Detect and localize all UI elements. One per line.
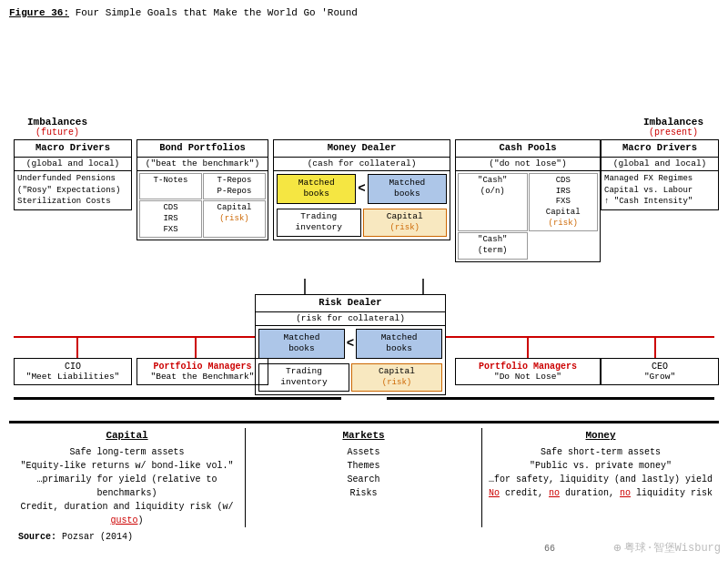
cash-pools: Cash Pools ("do not lose") "Cash"(o/n) C… [455, 139, 601, 262]
markets-line-4: Risks [250, 486, 477, 500]
separator-bar-left [14, 397, 341, 400]
cio-label: CIO [19, 362, 126, 372]
markets-line-3: Search [250, 473, 477, 486]
rd-capital: Capital (risk) [351, 363, 442, 392]
money-line-2: "Public vs. private money" [487, 459, 714, 473]
ceo-label: CEO [606, 362, 713, 372]
cio-box: CIO "Meet Liabilities" [14, 358, 132, 385]
cio-sub: "Meet Liabilities" [19, 372, 126, 382]
money-line-1: Safe short-term assets [487, 445, 714, 459]
bond-portfolios-grid: T-Notes T-ReposP-Repos CDSIRSFXS Capital… [137, 171, 268, 240]
md-matched-books-1: Matched books [277, 174, 356, 204]
pm-right-box: Portfolio Managers "Do Not Lose" [455, 358, 601, 385]
bp-capital: Capital(risk) [203, 200, 266, 238]
bp-t-repos: T-ReposP-Repos [203, 173, 266, 199]
cp-cds-irs-fxs: CDSIRSFXSCapital(risk) [529, 173, 599, 231]
money-dealer: Money Dealer (cash for collateral) Match… [273, 139, 450, 240]
pm-right-label: Portfolio Managers [460, 362, 595, 372]
ceo-box: CEO "Grow" [601, 358, 719, 385]
cp-cash-on: "Cash"(o/n) [458, 173, 528, 231]
bottom-markets: Markets Assets Themes Search Risks [246, 428, 482, 527]
pm-right-sub: "Do Not Lose" [460, 372, 595, 382]
imbalances-right: Imbalances (present) [628, 117, 719, 138]
rd-less-sign: < [347, 335, 354, 352]
rd-matched-books-1: Matched books [258, 329, 345, 359]
money-line-4: No credit, no duration, no liquidity ris… [487, 486, 714, 500]
risk-dealer: Risk Dealer (risk for collateral) Matche… [255, 294, 446, 395]
capital-line-2: "Equity-like returns w/ bond-like vol." [14, 459, 240, 473]
ceo-sub: "Grow" [606, 372, 713, 382]
cash-pools-grid: "Cash"(o/n) CDSIRSFXSCapital(risk) "Cash… [456, 171, 600, 261]
pm-left-sub: "Beat the Benchmark" [142, 372, 263, 382]
figure-title: Figure 36: Four Simple Goals that Make t… [9, 7, 719, 18]
bottom-money: Money Safe short-term assets "Public vs.… [482, 428, 719, 527]
separator-bar-right [387, 397, 714, 400]
pm-left-box: Portfolio Managers "Beat the Benchmark" [136, 358, 268, 385]
page-number: 66 [544, 544, 555, 554]
macro-drivers-right: Macro Drivers (global and local) Managed… [601, 139, 719, 210]
bottom-capital: Capital Safe long-term assets "Equity-li… [9, 428, 246, 527]
markets-line-2: Themes [250, 459, 477, 473]
bottom-section: Capital Safe long-term assets "Equity-li… [9, 421, 719, 527]
main-diagram: Imbalances (future) Imbalances (present)… [9, 26, 719, 417]
md-matched-books-2: Matched books [368, 174, 447, 204]
capital-line-3: …primarily for yield (relative to benchm… [14, 473, 240, 500]
bp-t-notes: T-Notes [139, 173, 202, 199]
rd-matched-books-2: Matched books [356, 329, 442, 359]
markets-line-1: Assets [250, 445, 477, 459]
bond-portfolios: Bond Portfolios ("beat the benchmark") T… [136, 139, 268, 240]
md-capital: Capital (risk) [363, 209, 448, 237]
capital-line-1: Safe long-term assets [14, 445, 240, 459]
capital-line-4: Credit, duration and liquidity risk (w/ … [14, 500, 240, 527]
pm-left-label: Portfolio Managers [142, 362, 263, 372]
macro-drivers-left: Macro Drivers (global and local) Underfu… [14, 139, 132, 210]
rd-trading: Trading inventory [258, 363, 349, 392]
imbalances-left: Imbalances (future) [27, 117, 87, 138]
md-less-sign: < [358, 180, 365, 197]
cp-cash-term: "Cash"(term) [458, 232, 528, 259]
md-trading: Trading inventory [277, 209, 361, 237]
money-line-3: …for safety, liquidity (and lastly) yiel… [487, 473, 714, 486]
bp-cds: CDSIRSFXS [139, 200, 202, 238]
watermark: ⊕ 粤球·智堡Wisburg [613, 540, 721, 556]
